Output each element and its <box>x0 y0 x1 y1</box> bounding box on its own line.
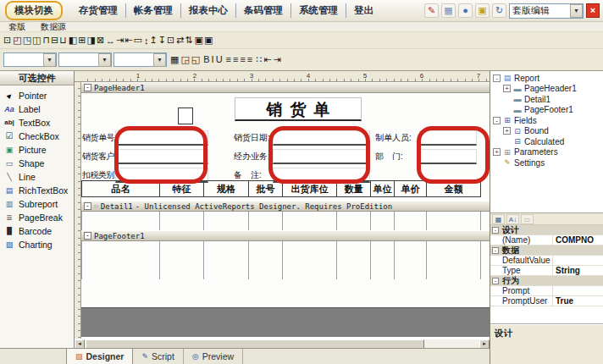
grid-toggle-icon[interactable]: ▦ <box>170 54 179 65</box>
categorized-icon[interactable]: ▦ <box>492 214 505 224</box>
style-icon[interactable]: ◱ <box>191 54 200 65</box>
chevron-down-icon[interactable]: ▼ <box>570 4 583 18</box>
space-across-icon[interactable]: ⇄ <box>176 35 184 46</box>
template-mode-combobox[interactable]: 套版编辑 ▼ <box>509 3 584 19</box>
column-cell[interactable] <box>160 241 204 279</box>
refresh-icon[interactable]: ↻ <box>492 3 506 18</box>
chevron-down-icon[interactable]: ▼ <box>98 53 111 67</box>
format-combobox[interactable]: ▼ <box>58 52 112 67</box>
tree-expander-icon[interactable]: + <box>493 148 501 156</box>
column-cell[interactable] <box>427 212 481 230</box>
tree-item[interactable]: + ▬ PageHeader1 <box>490 84 603 95</box>
field-label[interactable]: 销货单号: <box>82 130 115 146</box>
horizontal-scrollbar[interactable]: ◄ ► <box>75 339 490 348</box>
space-down-icon[interactable]: ⇅ <box>185 35 192 46</box>
outdent-icon[interactable]: ⇤ <box>263 54 271 65</box>
toolbox-item[interactable]: ▥ Subreport <box>0 197 74 211</box>
menu-item[interactable]: 登出 <box>346 3 381 18</box>
table-column-header[interactable]: 单位 <box>371 180 395 197</box>
menu-item[interactable]: 套版 <box>8 21 25 33</box>
indent-icon[interactable]: ⇥ <box>273 54 280 65</box>
underline-icon[interactable]: U <box>216 54 223 65</box>
column-cell[interactable] <box>283 241 337 279</box>
property-row[interactable]: - PromptUser True <box>490 296 603 306</box>
field-label[interactable]: 部 门: <box>375 149 419 164</box>
edit-template-icon[interactable]: ✎ <box>424 3 439 18</box>
alphabetical-sort-icon[interactable]: A↓ <box>506 214 519 224</box>
view-tab[interactable]: ◎ Preview <box>184 349 243 364</box>
field-label[interactable]: 销货日期: <box>234 130 273 146</box>
menu-item[interactable]: 帐务管理 <box>125 3 180 18</box>
bold-icon[interactable]: B <box>203 54 209 65</box>
tree-item[interactable]: ⊟ Calculated <box>490 136 603 147</box>
menu-item[interactable]: 报表中心 <box>180 3 235 18</box>
italic-icon[interactable]: I <box>212 54 214 65</box>
property-value[interactable]: String <box>553 266 603 275</box>
align-text-right-icon[interactable]: ≡ <box>240 54 245 65</box>
send-back-icon[interactable]: ◳ <box>23 35 31 46</box>
column-cell[interactable] <box>249 212 283 230</box>
field-value-box[interactable] <box>419 149 477 164</box>
size-to-grid-icon[interactable]: ▭ <box>134 35 142 46</box>
field-value-box[interactable] <box>419 130 477 146</box>
tree-item[interactable]: ▬ PageFooter1 <box>490 105 603 116</box>
report-title-label[interactable]: 销货单 <box>235 97 362 121</box>
pageheader-band-bar[interactable]: - PageHeader1 <box>81 82 490 93</box>
field-value-box[interactable] <box>273 130 370 146</box>
column-cell[interactable] <box>82 212 160 230</box>
column-cell[interactable] <box>337 212 371 230</box>
tree-item[interactable]: ✎ Settings <box>490 157 603 168</box>
tree-expander-icon[interactable]: + <box>503 127 511 135</box>
pagefooter-surface[interactable] <box>81 241 490 307</box>
field-label[interactable]: 制单人员: <box>375 130 419 146</box>
menu-item[interactable]: 条码管理 <box>235 3 290 18</box>
lock-controls-icon[interactable]: ▣ <box>195 35 203 46</box>
toolbox-item[interactable]: ▤ RichTextBox <box>0 184 74 197</box>
bring-front-icon[interactable]: ◰ <box>13 35 21 46</box>
close-button[interactable]: × <box>586 3 600 18</box>
table-column-header[interactable]: 出货库位 <box>283 180 337 197</box>
tree-item[interactable]: ▬ Detail1 <box>490 94 603 105</box>
shrink-height-icon[interactable]: ↧ <box>158 35 166 46</box>
shrink-width-icon[interactable]: ⇤ <box>124 35 132 46</box>
tree-item[interactable]: - ⊞ Fields <box>490 115 603 126</box>
toolbox-item[interactable]: ╲ Line <box>0 170 74 184</box>
grow-width-icon[interactable]: ⇥ <box>116 35 124 46</box>
column-cell[interactable] <box>395 241 427 279</box>
view-tab[interactable]: ▨ Designer <box>66 349 133 364</box>
column-cell[interactable] <box>249 241 283 279</box>
column-cell[interactable] <box>283 212 337 230</box>
center-in-page-icon[interactable]: ⊠ <box>97 35 104 46</box>
align-bottom-icon[interactable]: ⊔ <box>59 35 67 46</box>
align-right-icon[interactable]: ◨ <box>86 35 95 46</box>
table-column-header[interactable]: 数量 <box>337 180 371 197</box>
property-row[interactable]: - 数据 <box>490 245 603 256</box>
user-icon[interactable]: ● <box>458 3 473 18</box>
tree-expander-icon[interactable]: - <box>493 74 501 82</box>
table-column-header[interactable]: 品名 <box>82 180 160 197</box>
small-shape-control[interactable] <box>178 108 193 124</box>
menu-item[interactable]: 系统管理 <box>290 3 346 18</box>
align-text-left-icon[interactable]: ≡ <box>226 54 231 65</box>
view-data-icon[interactable]: ◲ <box>180 54 189 65</box>
menu-item[interactable]: 存货管理 <box>71 3 125 18</box>
column-cell[interactable] <box>160 212 204 230</box>
collapse-icon[interactable]: - <box>84 232 91 240</box>
module-switch-button[interactable]: 模块切换 <box>5 1 63 20</box>
same-width-icon[interactable]: ↔ <box>106 36 115 46</box>
detail-band-bar[interactable]: - ▭ Detail1 - Unlicensed ActiveReports D… <box>81 201 490 212</box>
column-cell[interactable] <box>427 241 481 279</box>
format-combobox[interactable]: ▼ <box>3 52 57 67</box>
toolbox-item[interactable]: ▐▌ Barcode <box>0 224 74 238</box>
toolbox-item[interactable]: ≣ PageBreak <box>0 211 74 224</box>
column-cell[interactable] <box>371 212 395 230</box>
column-cell[interactable] <box>395 212 427 230</box>
tree-item[interactable]: - ▤ Report <box>490 73 603 84</box>
database-icon[interactable]: ▣ <box>475 3 490 18</box>
same-size-icon[interactable]: ⊡ <box>167 35 174 46</box>
grow-height-icon[interactable]: ↥ <box>149 35 157 46</box>
table-column-header[interactable]: 规格 <box>204 180 249 197</box>
collapse-icon[interactable]: - <box>84 202 91 210</box>
same-height-icon[interactable]: ↕ <box>144 36 149 46</box>
table-column-header[interactable]: 金额 <box>427 180 481 197</box>
